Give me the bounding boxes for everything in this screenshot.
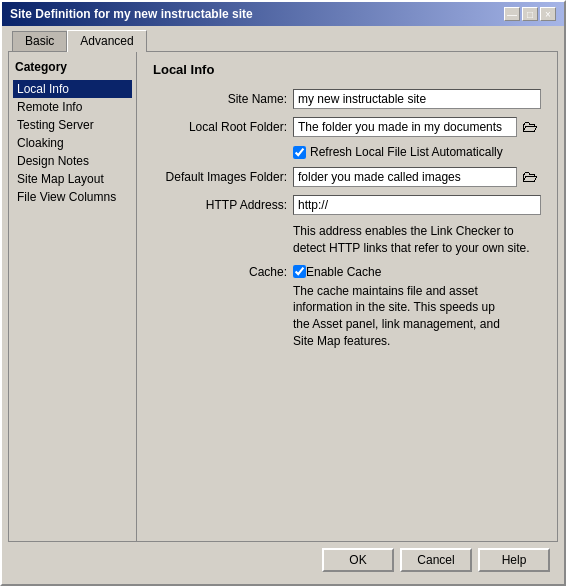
sidebar-item-local-info[interactable]: Local Info	[13, 80, 132, 98]
sidebar: Category Local Info Remote Info Testing …	[9, 52, 137, 541]
http-address-row: HTTP Address:	[153, 195, 541, 215]
site-name-input[interactable]	[293, 89, 541, 109]
form-area: Local Info Site Name: Local Root Folder:…	[137, 52, 557, 541]
local-root-input-group: 🗁	[293, 117, 541, 137]
section-title: Local Info	[153, 62, 541, 77]
minimize-button[interactable]: —	[504, 7, 520, 21]
tab-advanced[interactable]: Advanced	[67, 30, 146, 52]
cache-description: The cache maintains file and asset infor…	[293, 283, 513, 350]
cache-right: Enable Cache The cache maintains file an…	[293, 265, 513, 358]
sidebar-item-cloaking[interactable]: Cloaking	[13, 134, 132, 152]
refresh-label: Refresh Local File List Automatically	[310, 145, 503, 159]
close-button[interactable]: ×	[540, 7, 556, 21]
http-address-input[interactable]	[293, 195, 541, 215]
cache-row: Cache: Enable Cache The cache maintains …	[153, 265, 541, 358]
site-name-label: Site Name:	[153, 92, 293, 106]
main-panel: Category Local Info Remote Info Testing …	[8, 51, 558, 542]
sidebar-item-site-map-layout[interactable]: Site Map Layout	[13, 170, 132, 188]
http-description: This address enables the Link Checker to…	[153, 223, 541, 257]
sidebar-item-testing-server[interactable]: Testing Server	[13, 116, 132, 134]
window-controls: — □ ×	[504, 7, 556, 21]
tab-bar: Basic Advanced	[8, 30, 558, 51]
default-images-folder-icon[interactable]: 🗁	[519, 167, 541, 187]
http-address-label: HTTP Address:	[153, 198, 293, 212]
sidebar-item-file-view-columns[interactable]: File View Columns	[13, 188, 132, 206]
window-content: Basic Advanced Category Local Info Remot…	[2, 26, 564, 584]
help-button[interactable]: Help	[478, 548, 550, 572]
footer: OK Cancel Help	[8, 542, 558, 576]
category-label: Category	[13, 60, 132, 74]
refresh-checkbox-row: Refresh Local File List Automatically	[153, 145, 541, 159]
maximize-button[interactable]: □	[522, 7, 538, 21]
local-root-input[interactable]	[293, 117, 517, 137]
window-title: Site Definition for my new instructable …	[10, 7, 253, 21]
sidebar-item-remote-info[interactable]: Remote Info	[13, 98, 132, 116]
default-images-input[interactable]	[293, 167, 517, 187]
default-images-row: Default Images Folder: 🗁	[153, 167, 541, 187]
site-name-row: Site Name:	[153, 89, 541, 109]
cancel-button[interactable]: Cancel	[400, 548, 472, 572]
local-root-label: Local Root Folder:	[153, 120, 293, 134]
site-definition-window: Site Definition for my new instructable …	[0, 0, 566, 586]
tab-basic[interactable]: Basic	[12, 31, 67, 51]
cache-checkbox-label: Enable Cache	[306, 265, 381, 279]
default-images-label: Default Images Folder:	[153, 170, 293, 184]
default-images-input-group: 🗁	[293, 167, 541, 187]
local-root-row: Local Root Folder: 🗁	[153, 117, 541, 137]
cache-checkbox[interactable]	[293, 265, 306, 278]
cache-checkbox-row: Enable Cache	[293, 265, 513, 279]
sidebar-item-design-notes[interactable]: Design Notes	[13, 152, 132, 170]
cache-label: Cache:	[153, 265, 293, 279]
title-bar: Site Definition for my new instructable …	[2, 2, 564, 26]
local-root-folder-icon[interactable]: 🗁	[519, 117, 541, 137]
ok-button[interactable]: OK	[322, 548, 394, 572]
refresh-checkbox[interactable]	[293, 146, 306, 159]
